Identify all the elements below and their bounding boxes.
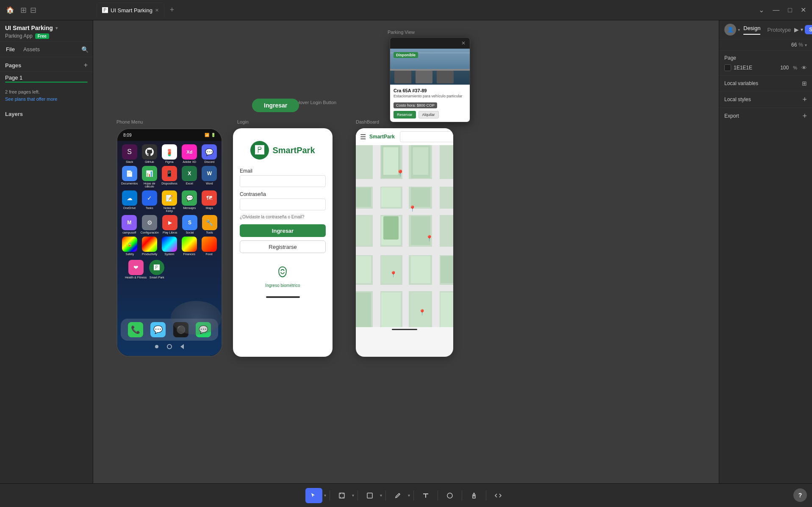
parking-view-close-icon[interactable]: ✕ (461, 40, 466, 46)
forgot-password-link[interactable]: ¿Olvidaste la contraseña o Email? (240, 215, 304, 219)
phone-nav-bar (121, 341, 218, 353)
separator-1 (330, 490, 330, 501)
maximize-button[interactable]: □ (785, 5, 795, 16)
app-food[interactable]: Food (200, 237, 218, 256)
help-button[interactable]: ? (793, 488, 807, 502)
email-input[interactable] (240, 175, 326, 187)
frame-tool-button[interactable] (333, 488, 350, 503)
search-button[interactable]: 🔍 (81, 46, 89, 53)
tab-close-icon[interactable]: ✕ (155, 8, 159, 13)
phone-nav-home[interactable] (167, 344, 172, 349)
close-button[interactable]: ✕ (798, 4, 809, 16)
app-adobexd[interactable]: Xd Adobe XD (181, 144, 198, 163)
app-safety[interactable]: 🔒 Safety (121, 237, 139, 256)
disponible-badge: Disponible (394, 52, 418, 58)
pen-tool-chevron[interactable]: ▾ (408, 493, 410, 498)
search-icon[interactable]: 🔍 (81, 46, 89, 53)
zoom-chevron-icon[interactable]: ▾ (805, 43, 807, 47)
local-styles-add-icon[interactable]: + (802, 96, 807, 103)
tab-design[interactable]: Design (743, 25, 760, 35)
app-onedrive[interactable]: ☁ OneDrive (121, 190, 138, 212)
app-productivity[interactable]: Productivity (141, 237, 159, 256)
parking-description: Estacionamiento para vehículo particular (394, 94, 466, 98)
app-playbooks[interactable]: ▶ Play Libros (161, 215, 179, 234)
app-campusoff[interactable]: M campusoff (121, 215, 138, 234)
reservar-button[interactable]: Reservar (394, 111, 416, 118)
page-1-item[interactable]: Page 1 (0, 72, 93, 85)
tab-file[interactable]: File (4, 45, 17, 53)
share-button[interactable]: Share (805, 25, 812, 34)
app-discord[interactable]: 💬 Discord (201, 144, 218, 163)
visibility-toggle[interactable]: 👁 (801, 65, 807, 71)
app-tasks[interactable]: ✓ Tasks (141, 190, 158, 212)
app-excel[interactable]: X Excel (181, 166, 198, 188)
components-tool-button[interactable] (466, 488, 482, 503)
app-word[interactable]: W Word (201, 166, 218, 188)
minimize-button[interactable]: — (770, 5, 782, 16)
app-finances[interactable]: Finances (180, 237, 198, 256)
app-slack[interactable]: S Slack (121, 144, 138, 163)
local-variables-icon[interactable]: ⊞ (802, 80, 807, 87)
svg-rect-20 (381, 187, 401, 207)
app-figma[interactable]: Figma (161, 144, 178, 163)
page-color-swatch[interactable] (724, 64, 731, 71)
code-tool-button[interactable] (490, 488, 507, 503)
dock-messages[interactable]: 💬 (150, 322, 166, 337)
app-system[interactable]: System (161, 237, 179, 256)
shape-tool-chevron[interactable]: ▾ (380, 493, 382, 498)
app-row-3: ☁ OneDrive ✓ Tasks 📝 Notas de Keep 💬 Men… (121, 190, 218, 212)
app-smartpark[interactable]: 🅿 Smart Park (149, 260, 164, 279)
text-tool-button[interactable] (417, 488, 434, 503)
app-devices[interactable]: 📱 Dispositivos (161, 166, 178, 188)
login-button[interactable]: Ingresar (240, 224, 326, 237)
grid-icon[interactable]: ⊞ (20, 6, 27, 15)
export-add-icon[interactable]: + (802, 112, 807, 120)
password-input[interactable] (240, 198, 326, 210)
app-settings[interactable]: ⚙ Configuración (141, 215, 159, 234)
biometric-section[interactable]: Ingreso biométrico (265, 266, 300, 288)
play-chevron-icon[interactable]: ▾ (801, 27, 803, 33)
app-keep[interactable]: 📝 Notas de Keep (161, 190, 178, 212)
app-maps[interactable]: 🗺 Maps (201, 190, 218, 212)
select-tool-button[interactable] (305, 488, 322, 503)
add-page-button[interactable]: + (84, 61, 88, 69)
map-search-input[interactable] (400, 131, 453, 142)
app-messages[interactable]: 💬 Mensajes (181, 190, 198, 212)
dock-phone[interactable]: 📞 (128, 322, 143, 337)
app-docs[interactable]: 📄 Documentos (121, 166, 138, 188)
app-sheets[interactable]: 📊 Hojas de cálculo (141, 166, 158, 188)
phone-nav-back[interactable] (180, 344, 184, 349)
canvas: Parking View ✕ Disponible (93, 20, 719, 483)
dashboard-home-bar (392, 329, 417, 330)
app-tools[interactable]: 🔧 Tools (201, 215, 218, 234)
new-tab-button[interactable]: + (166, 4, 178, 16)
collapse-button[interactable]: ⌄ (756, 4, 767, 16)
avatar-chevron-icon[interactable]: ▾ (738, 28, 740, 32)
alquilar-button[interactable]: Alquilar (418, 111, 439, 118)
phone-nav-dot[interactable] (155, 345, 158, 348)
hover-ingresar-button[interactable]: Ingresar (252, 99, 299, 112)
register-button[interactable]: Registrarse (240, 240, 326, 253)
ellipse-tool-button[interactable] (441, 488, 458, 503)
hamburger-icon[interactable]: ☰ (360, 133, 366, 141)
panel-toggle-icon[interactable]: ⊟ (30, 6, 36, 15)
local-variables-title: Local variables (724, 80, 758, 86)
shape-tool-button[interactable] (361, 488, 378, 503)
tab-assets[interactable]: Assets (22, 45, 42, 53)
app-github[interactable]: GitHub (141, 144, 158, 163)
app-social[interactable]: S Social (181, 215, 199, 234)
active-tab[interactable]: 🅿 UI Smart Parking ✕ (97, 3, 164, 18)
user-avatar[interactable]: 👤 (724, 24, 736, 36)
frame-tool-chevron[interactable]: ▾ (352, 493, 354, 498)
select-tool-chevron[interactable]: ▾ (324, 493, 326, 498)
smartpark-label: SmartPark (369, 134, 395, 140)
play-button[interactable]: ▶ (794, 26, 799, 33)
upgrade-link[interactable]: See plans that offer more (5, 96, 57, 102)
tab-prototype[interactable]: Prototype (767, 27, 791, 33)
pen-tool-button[interactable] (389, 488, 406, 503)
svg-rect-32 (441, 292, 453, 327)
app-health[interactable]: ❤ Health & Fitness (125, 260, 147, 279)
parking-image: Disponible (390, 49, 470, 85)
home-button[interactable]: 🏠 (3, 3, 17, 17)
title-chevron-icon[interactable]: ▾ (55, 25, 58, 31)
